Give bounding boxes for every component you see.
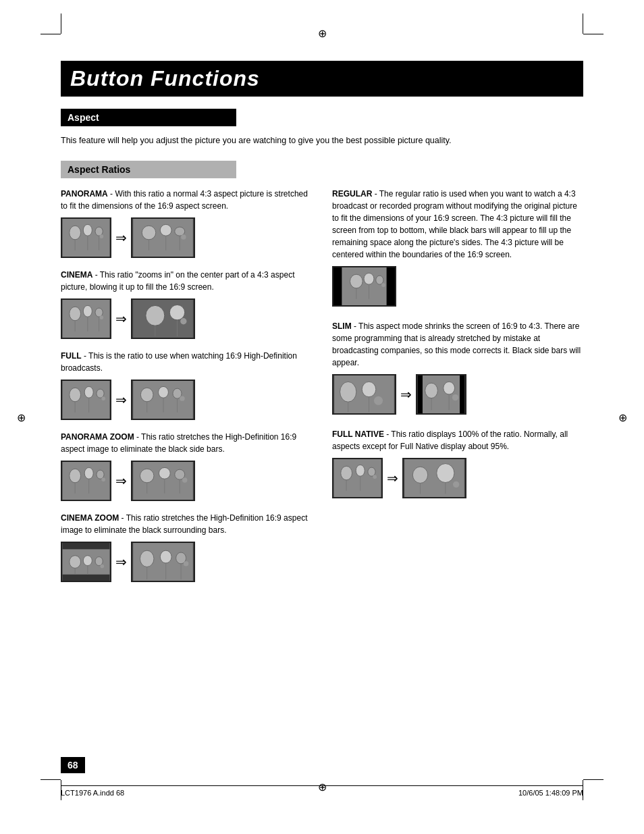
svg-point-1	[70, 226, 81, 240]
crop-mark	[583, 34, 603, 34]
svg-point-35	[97, 389, 104, 398]
svg-point-5	[95, 227, 103, 236]
svg-point-108	[412, 467, 427, 483]
page-title-bar: Button Functions	[61, 61, 583, 97]
svg-rect-62	[63, 574, 110, 580]
svg-point-57	[175, 469, 185, 479]
svg-point-101	[341, 466, 352, 480]
regular-entry: REGULAR - The regular ratio is used when…	[332, 188, 583, 307]
cinema-zoom-entry: CINEMA ZOOM - This ratio stretches the H…	[61, 512, 312, 582]
svg-point-25	[146, 305, 165, 325]
svg-point-112	[453, 481, 459, 487]
svg-point-46	[70, 469, 81, 483]
full-native-text: FULL NATIVE - This ratio displays 100% o…	[332, 428, 583, 452]
cinema-images: ⇒	[61, 298, 312, 339]
right-column: REGULAR - The regular ratio is used when…	[332, 188, 583, 593]
slim-entry: SLIM - This aspect mode shrinks the scre…	[332, 320, 583, 415]
svg-point-31	[70, 388, 81, 402]
regular-text: REGULAR - The regular ratio is used when…	[332, 188, 583, 261]
svg-point-13	[175, 227, 185, 236]
svg-point-72	[160, 550, 171, 563]
svg-point-3	[83, 224, 92, 236]
reg-mark-top: ⊕	[318, 27, 327, 40]
footer-left: LCT1976 A.indd 68	[61, 789, 124, 797]
svg-point-53	[140, 469, 154, 483]
svg-point-21	[95, 308, 103, 317]
cz-arrow: ⇒	[115, 554, 127, 570]
fn-arrow: ⇒	[387, 470, 398, 486]
intro-text: This feature will help you adjust the pi…	[61, 134, 520, 147]
svg-point-103	[356, 465, 365, 476]
crop-mark	[61, 14, 61, 34]
panorama-zoom-entry: PANORAMA ZOOM - This ratio stretches the…	[61, 431, 312, 501]
footer-bar: LCT1976 A.indd 68 10/6/05 1:48:09 PM	[61, 785, 583, 797]
svg-rect-92	[418, 375, 465, 413]
svg-point-11	[160, 224, 171, 236]
page-number-box: 68	[61, 757, 85, 773]
cz-before	[61, 542, 111, 582]
svg-point-67	[95, 556, 103, 565]
svg-point-40	[159, 386, 169, 398]
footer-right: 10/6/05 1:48:09 PM	[518, 789, 583, 797]
cinema-after	[131, 298, 195, 339]
svg-point-84	[376, 276, 383, 284]
fn-before	[332, 458, 383, 498]
full-entry: FULL - This is the ratio to use when wat…	[61, 350, 312, 420]
cz-after	[131, 542, 195, 582]
svg-point-27	[169, 305, 184, 319]
svg-point-23	[100, 315, 104, 319]
panorama-after	[131, 217, 195, 258]
full-native-images: ⇒	[332, 458, 583, 498]
slim-images: ⇒	[332, 374, 583, 415]
svg-point-55	[159, 467, 170, 479]
subsection-header: Aspect Ratios	[61, 161, 236, 178]
panorama-text: PANORAMA - With this ratio a normal 4:3 …	[61, 188, 312, 212]
svg-point-36	[101, 396, 105, 400]
svg-point-59	[182, 477, 187, 482]
svg-point-33	[84, 386, 93, 398]
cinema-arrow: ⇒	[115, 311, 127, 327]
svg-rect-93	[418, 375, 423, 413]
content-area: Button Functions Aspect This feature wil…	[61, 61, 583, 773]
svg-point-63	[70, 555, 81, 568]
pz-after	[131, 461, 195, 501]
svg-point-105	[368, 467, 375, 476]
slim-after	[416, 374, 466, 415]
full-after	[131, 380, 195, 420]
svg-point-38	[140, 388, 153, 402]
svg-point-9	[142, 226, 156, 240]
fn-after	[402, 458, 466, 498]
svg-point-87	[340, 382, 356, 402]
svg-point-85	[381, 283, 385, 287]
svg-point-70	[140, 550, 154, 567]
panorama-zoom-text: PANORAMA ZOOM - This ratio stretches the…	[61, 431, 312, 455]
svg-point-80	[350, 274, 363, 288]
crop-mark	[41, 34, 61, 34]
crop-mark	[583, 779, 603, 780]
two-col-layout: PANORAMA - With this ratio a normal 4:3 …	[61, 188, 583, 593]
svg-point-50	[97, 470, 104, 479]
svg-point-17	[70, 307, 81, 321]
pz-arrow: ⇒	[115, 473, 127, 489]
svg-point-76	[184, 561, 188, 566]
page-wrapper: ⊕ ⊕ ⊕ ⊕ Button Functions Aspect This fea…	[0, 0, 644, 834]
cinema-text: CINEMA - This ratio "zooms in" on the ce…	[61, 269, 312, 293]
cinema-before	[61, 298, 111, 339]
svg-rect-94	[460, 375, 464, 413]
regular-images	[332, 266, 583, 307]
svg-point-29	[180, 318, 186, 324]
reg-mark-right: ⊕	[618, 411, 627, 423]
cinema-zoom-images: ⇒	[61, 542, 312, 582]
svg-point-44	[180, 396, 184, 400]
svg-point-110	[437, 463, 454, 482]
panorama-images: ⇒	[61, 217, 312, 258]
regular-image	[332, 266, 396, 307]
full-native-entry: FULL NATIVE - This ratio displays 100% o…	[332, 428, 583, 498]
cinema-zoom-text: CINEMA ZOOM - This ratio stretches the H…	[61, 512, 312, 536]
svg-rect-61	[63, 543, 110, 549]
left-column: PANORAMA - With this ratio a normal 4:3 …	[61, 188, 312, 593]
reg-mark-left: ⊕	[17, 411, 26, 423]
pz-before	[61, 461, 111, 501]
svg-point-99	[452, 394, 458, 400]
svg-rect-77	[334, 267, 394, 305]
